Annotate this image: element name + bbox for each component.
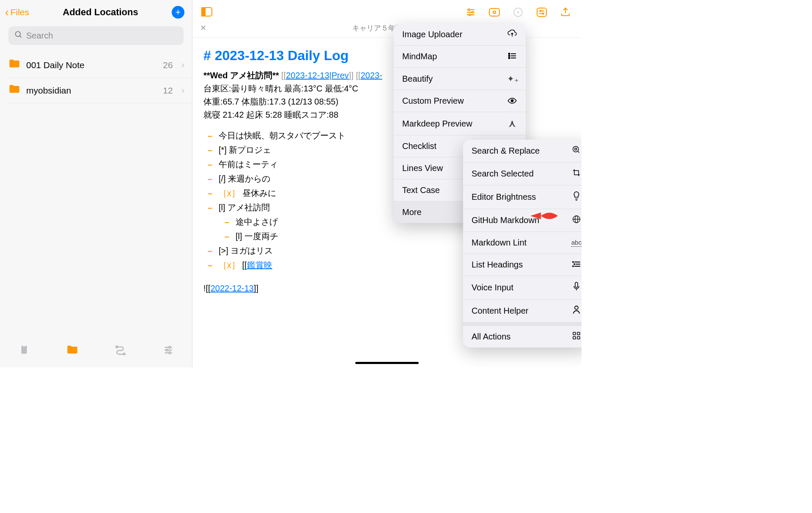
grid-icon	[571, 332, 582, 342]
svg-point-40	[511, 99, 513, 102]
next-link[interactable]: 2023-	[361, 71, 382, 80]
menu-image-uploader[interactable]: Image Uploader	[394, 24, 526, 46]
svg-rect-21	[489, 8, 499, 16]
svg-point-20	[469, 14, 471, 16]
menu-list-headings[interactable]: List Headings	[463, 254, 582, 276]
globe-icon	[571, 215, 582, 226]
svg-rect-74	[577, 332, 580, 335]
folder-item[interactable]: 001 Daily Note 26 ›	[8, 52, 192, 78]
svg-point-18	[468, 9, 470, 11]
svg-point-28	[543, 13, 544, 14]
menu-all-actions[interactable]: All Actions	[463, 323, 582, 348]
svg-point-9	[169, 346, 170, 348]
chevron-left-icon: ‹	[5, 7, 9, 18]
folder-icon	[8, 84, 20, 97]
menu-search-replace[interactable]: Search & Replace	[463, 140, 582, 163]
sparkle-icon: ✦₊	[507, 74, 517, 84]
menu-mindmap[interactable]: MindMap	[394, 46, 526, 68]
tab-files[interactable]	[66, 345, 78, 358]
search-input[interactable]	[26, 31, 178, 41]
svg-point-56	[573, 146, 579, 152]
tab-clipboard[interactable]	[19, 344, 30, 358]
preview-icon[interactable]	[488, 6, 500, 18]
home-indicator	[355, 362, 419, 364]
svg-point-0	[16, 32, 21, 37]
search-box[interactable]	[8, 26, 184, 45]
menu-beautify[interactable]: Beautify✦₊	[394, 68, 526, 90]
menu-editor-brightness[interactable]: Editor Brightness	[463, 185, 582, 209]
sidebar-toggle-icon[interactable]	[201, 6, 213, 18]
plus-icon: +	[176, 8, 181, 17]
menu-search-selected[interactable]: Search Selected	[463, 163, 582, 185]
abc-icon: abc	[571, 239, 582, 247]
bottom-tabs	[0, 338, 192, 367]
sliders-icon[interactable]	[465, 6, 477, 18]
eye-icon	[507, 96, 517, 106]
svg-point-72	[575, 306, 578, 309]
folder-count: 26	[163, 60, 173, 70]
folder-count: 12	[163, 86, 173, 96]
svg-rect-2	[21, 345, 27, 354]
list-indent-icon	[571, 260, 582, 270]
list-tree-icon	[507, 52, 517, 61]
svg-rect-70	[575, 282, 578, 287]
embed-link[interactable]: 2022-12-13	[211, 284, 254, 293]
search-at-icon	[571, 146, 582, 156]
svg-point-68	[574, 264, 575, 265]
person-icon	[571, 306, 582, 316]
svg-point-27	[540, 10, 541, 11]
folder-name: myobsidian	[26, 86, 157, 96]
export-icon[interactable]	[560, 6, 571, 18]
menu-content-helper[interactable]: Content Helper	[463, 300, 582, 323]
annotation-arrow	[528, 207, 558, 224]
bulb-icon	[571, 191, 582, 203]
svg-point-22	[493, 11, 496, 14]
back-button[interactable]: ‹ Files	[5, 7, 29, 18]
chevron-right-icon: ›	[181, 60, 184, 71]
tab-settings[interactable]	[163, 344, 174, 358]
menu-voice-input[interactable]: Voice Input	[463, 276, 582, 300]
close-icon[interactable]: ✕	[200, 23, 206, 33]
chevron-right-icon: ›	[181, 85, 184, 96]
svg-line-58	[578, 151, 579, 152]
svg-point-5	[123, 353, 125, 355]
svg-point-57	[575, 148, 577, 150]
add-location-button[interactable]: +	[172, 6, 184, 19]
more-submenu: Search & Replace Search Selected Editor …	[463, 140, 582, 348]
svg-rect-76	[577, 336, 580, 339]
svg-line-1	[20, 36, 22, 38]
folder-item[interactable]: myobsidian 12 ›	[8, 78, 192, 103]
svg-point-67	[573, 262, 573, 262]
options-icon[interactable]	[536, 6, 548, 18]
svg-rect-14	[202, 8, 205, 16]
svg-rect-75	[573, 336, 576, 339]
svg-point-10	[166, 349, 167, 351]
menu-markdown-lint[interactable]: Markdown Lintabc	[463, 232, 582, 254]
bolt-icon[interactable]	[512, 6, 524, 18]
tab-path[interactable]	[115, 344, 126, 358]
search-icon	[14, 30, 23, 41]
movie-link[interactable]: 鑑賞映	[247, 260, 272, 270]
svg-rect-73	[573, 332, 576, 335]
main-editor: ✕ キャリア５年計画.md # 2023-12-13 Daily Log **W…	[192, 0, 582, 367]
folder-icon	[8, 58, 20, 72]
crop-icon	[571, 168, 582, 179]
folder-name: 001 Daily Note	[26, 60, 157, 70]
menu-markdeep-preview[interactable]: Markdeep Preview⋏	[394, 112, 526, 135]
sidebar: ‹ Files Added Locations + 001 Daily Note…	[0, 0, 192, 367]
back-label: Files	[11, 7, 29, 17]
prev-link[interactable]: 2023-12-13|Prev	[286, 71, 349, 80]
svg-point-36	[509, 55, 510, 57]
svg-point-19	[472, 11, 473, 13]
svg-point-11	[169, 352, 170, 353]
svg-rect-3	[22, 345, 25, 346]
svg-point-34	[509, 53, 510, 55]
svg-point-4	[116, 346, 118, 348]
folder-list: 001 Daily Note 26 › myobsidian 12 ›	[0, 52, 192, 103]
lambda-icon: ⋏	[507, 118, 517, 129]
svg-point-69	[573, 266, 573, 267]
menu-github-markdown[interactable]: GitHub Markdown	[463, 209, 582, 232]
mic-icon	[571, 282, 582, 293]
sidebar-title: Added Locations	[63, 7, 138, 18]
menu-custom-preview[interactable]: Custom Preview	[394, 90, 526, 112]
